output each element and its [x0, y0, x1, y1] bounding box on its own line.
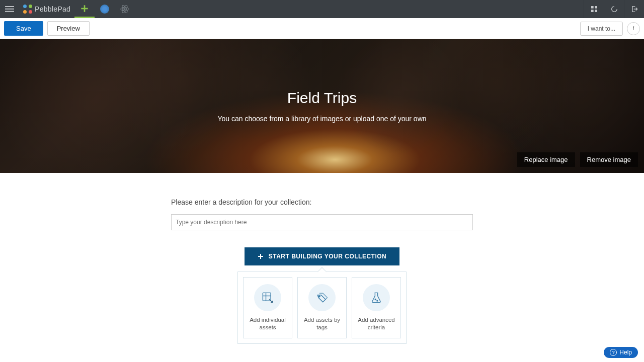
assets-icon — [254, 284, 281, 311]
brand-logo[interactable]: PebblePad — [19, 5, 74, 14]
actionbar: Save Preview I want to... i — [0, 18, 644, 39]
start-building-button[interactable]: START BUILDING YOUR COLLECTION — [245, 247, 400, 265]
svg-point-18 — [318, 296, 320, 297]
page-title[interactable]: Field Trips — [287, 89, 357, 107]
grid-icon[interactable] — [584, 0, 604, 18]
logout-icon[interactable] — [624, 0, 644, 18]
menu-icon[interactable] — [0, 0, 19, 18]
topbar: PebblePad — [0, 0, 644, 18]
svg-rect-0 — [5, 6, 14, 7]
help-button[interactable]: ? Help — [604, 347, 638, 358]
svg-rect-10 — [595, 6, 597, 9]
atom-icon[interactable] — [115, 0, 135, 18]
content: Please enter a description for your coll… — [0, 173, 644, 344]
plus-icon — [258, 253, 264, 259]
svg-rect-12 — [595, 10, 597, 12]
globe-icon[interactable] — [95, 0, 115, 18]
build-options-popover: Add individual assets Add assets by tags… — [237, 272, 407, 344]
description-input[interactable] — [171, 214, 473, 230]
svg-point-8 — [124, 9, 126, 10]
svg-rect-11 — [591, 10, 594, 12]
add-individual-assets-card[interactable]: Add individual assets — [243, 277, 292, 338]
flask-icon — [363, 284, 390, 311]
help-label: Help — [619, 349, 632, 356]
add-icon[interactable] — [74, 0, 95, 18]
add-advanced-criteria-card[interactable]: Add advanced criteria — [352, 277, 401, 338]
description-label: Please enter a description for your coll… — [171, 198, 473, 206]
svg-point-20 — [377, 300, 378, 301]
svg-rect-9 — [591, 6, 594, 9]
save-button[interactable]: Save — [4, 21, 43, 36]
i-want-to-button[interactable]: I want to... — [580, 22, 623, 36]
card-label: Add individual assets — [247, 316, 289, 331]
progress-icon[interactable] — [604, 0, 624, 18]
replace-image-button[interactable]: Replace image — [517, 152, 575, 167]
add-assets-by-tags-card[interactable]: Add assets by tags — [297, 277, 347, 338]
info-button[interactable]: i — [627, 22, 640, 35]
banner: Field Trips You can choose from a librar… — [0, 39, 644, 173]
remove-image-button[interactable]: Remove image — [580, 152, 638, 167]
svg-rect-4 — [82, 8, 88, 9]
card-label: Add assets by tags — [301, 316, 343, 331]
card-label: Add advanced criteria — [355, 316, 397, 331]
svg-rect-2 — [5, 11, 14, 12]
tags-icon — [308, 284, 336, 311]
start-building-label: START BUILDING YOUR COLLECTION — [269, 253, 387, 260]
svg-rect-1 — [5, 9, 14, 10]
svg-rect-14 — [258, 256, 263, 257]
brand-name: PebblePad — [35, 5, 70, 13]
banner-subtitle: You can choose from a library of images … — [217, 115, 426, 123]
help-icon: ? — [610, 349, 617, 356]
preview-button[interactable]: Preview — [47, 21, 90, 36]
svg-point-19 — [375, 299, 376, 300]
logo-icon — [23, 5, 32, 14]
